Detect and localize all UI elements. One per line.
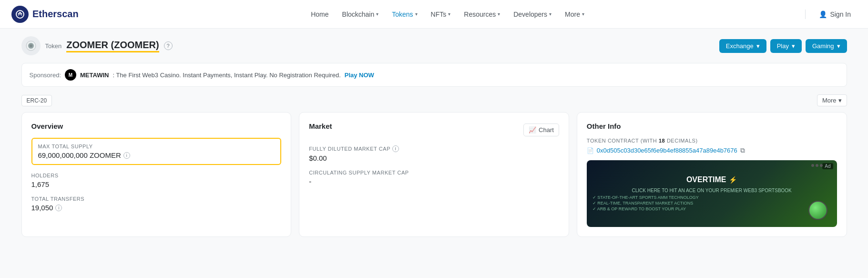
user-icon: 👤	[819, 10, 827, 18]
contract-label: TOKEN CONTRACT (WITH 18 DECIMALS)	[587, 138, 837, 144]
contract-address-text[interactable]: 0x0d505c03d30e65f6e9b4ef88855a47a89e4b76…	[597, 147, 737, 154]
nav-item-home[interactable]: Home	[305, 7, 334, 22]
nav-menu: Home Blockchain ▾ Tokens ▾ NFTs ▾ Resour…	[94, 7, 802, 22]
fdmc-section: FULLY DILUTED MARKET CAP i $0.00	[309, 145, 559, 162]
nav-divider	[805, 10, 806, 19]
chevron-down-icon: ▾	[376, 11, 378, 17]
ad-content: OVERTIME ⚡ CLICK HERE TO HIT AN ACE ON Y…	[587, 160, 837, 227]
page-content: Token ZOOMER (ZOOMER) ? Exchange ▾ Play …	[10, 29, 858, 245]
market-card-header: Market 📈 Chart	[309, 122, 559, 138]
other-info-card-title: Other Info	[587, 122, 837, 130]
ad-dot-3	[820, 164, 823, 167]
sponsor-logo: M	[65, 69, 76, 81]
csmc-section: CIRCULATING SUPPLY MARKET CAP -	[309, 170, 559, 185]
token-title: Token ZOOMER (ZOOMER) ?	[21, 36, 173, 55]
header-actions: Exchange ▾ Play ▾ Gaming ▾	[719, 39, 847, 53]
ad-decoration-ball	[808, 201, 827, 220]
fdmc-info-icon[interactable]: i	[392, 145, 399, 152]
transfers-value: 19,050 i	[31, 204, 282, 212]
brand-name: Etherscan	[32, 9, 79, 20]
sponsor-description: : The First Web3 Casino. Instant Payment…	[112, 72, 340, 79]
chevron-down-icon: ▾	[838, 97, 842, 104]
more-button[interactable]: More ▾	[817, 94, 847, 106]
market-card-title: Market	[309, 122, 332, 130]
ad-label: Ad	[822, 163, 833, 169]
fdmc-label: FULLY DILUTED MARKET CAP i	[309, 145, 559, 152]
ad-feature-1: ✓ STATE-OF-THE-ART SPORTS AMM TECHNOLOGY	[592, 195, 831, 200]
nav-item-more[interactable]: More ▾	[559, 7, 590, 22]
holders-value: 1,675	[31, 180, 282, 188]
brand-logo-icon	[11, 6, 29, 23]
token-name-label: ZOOMER (ZOOMER)	[66, 40, 159, 52]
play-button[interactable]: Play ▾	[770, 39, 802, 53]
cards-grid: Overview MAX TOTAL SUPPLY 69,000,000,000…	[21, 112, 847, 237]
ad-feature-2: ✓ REAL-TIME, TRANSPARENT MARKET ACTIONS	[592, 201, 831, 206]
chevron-down-icon: ▾	[415, 11, 418, 17]
ad-dots	[811, 164, 823, 167]
ad-title: OVERTIME ⚡	[686, 175, 737, 184]
overview-card-title: Overview	[31, 122, 282, 130]
ad-feature-3: ✓ ARB & OP REWARD TO BOOST YOUR PLAY	[592, 206, 831, 211]
ad-dot-1	[811, 164, 814, 167]
gaming-button[interactable]: Gaming ▾	[806, 39, 847, 53]
chevron-down-icon: ▾	[582, 11, 584, 17]
sponsored-banner: Sponsored: M METAWIN : The First Web3 Ca…	[21, 63, 847, 87]
csmc-label: CIRCULATING SUPPLY MARKET CAP	[309, 170, 559, 175]
signin-button[interactable]: 👤 Sign In	[813, 8, 857, 21]
contract-address: 📄 0x0d505c03d30e65f6e9b4ef88855a47a89e4b…	[587, 146, 837, 154]
nav-item-blockchain[interactable]: Blockchain ▾	[337, 7, 385, 22]
brand-logo-link[interactable]: Etherscan	[11, 6, 79, 23]
tags-row: ERC-20 More ▾	[21, 94, 847, 106]
market-card: Market 📈 Chart FULLY DILUTED MARKET CAP …	[299, 112, 569, 237]
csmc-value: -	[309, 177, 559, 185]
erc20-badge[interactable]: ERC-20	[21, 95, 52, 106]
chevron-down-icon: ▾	[448, 11, 450, 17]
sponsored-label: Sponsored:	[30, 72, 61, 79]
ad-banner[interactable]: OVERTIME ⚡ CLICK HERE TO HIT AN ACE ON Y…	[587, 160, 837, 227]
navbar: Etherscan Home Blockchain ▾ Tokens ▾ NFT…	[0, 0, 868, 29]
chevron-down-icon: ▾	[498, 11, 500, 17]
page-header: Token ZOOMER (ZOOMER) ? Exchange ▾ Play …	[21, 36, 847, 55]
nav-item-tokens[interactable]: Tokens ▾	[386, 7, 423, 22]
chart-button[interactable]: 📈 Chart	[523, 124, 559, 136]
max-supply-section: MAX TOTAL SUPPLY 69,000,000,000 ZOOMER i	[31, 138, 282, 165]
doc-icon: 📄	[587, 147, 594, 154]
exchange-button[interactable]: Exchange ▾	[719, 39, 766, 53]
navbar-right: 👤 Sign In	[801, 8, 857, 21]
other-info-card: Other Info TOKEN CONTRACT (WITH 18 DECIM…	[577, 112, 847, 237]
sponsor-name: METAWIN	[80, 72, 109, 79]
ad-subtitle: CLICK HERE TO HIT AN ACE ON YOUR PREMIER…	[632, 188, 792, 193]
ad-dot-2	[816, 164, 818, 167]
chevron-down-icon: ▾	[756, 42, 760, 50]
chart-icon: 📈	[529, 126, 536, 134]
nav-item-nfts[interactable]: NFTs ▾	[425, 7, 457, 22]
max-supply-label: MAX TOTAL SUPPLY	[38, 144, 275, 149]
nav-item-resources[interactable]: Resources ▾	[458, 7, 506, 22]
token-icon	[21, 36, 41, 55]
sponsor-cta[interactable]: Play NOW	[345, 72, 374, 79]
ad-lightning-icon: ⚡	[729, 176, 737, 184]
nav-item-developers[interactable]: Developers ▾	[508, 7, 557, 22]
supply-info-icon[interactable]: i	[123, 152, 130, 159]
ad-features: ✓ STATE-OF-THE-ART SPORTS AMM TECHNOLOGY…	[592, 195, 831, 212]
svg-point-3	[30, 44, 32, 47]
overview-card: Overview MAX TOTAL SUPPLY 69,000,000,000…	[21, 112, 292, 237]
copy-icon[interactable]: ⧉	[740, 146, 745, 154]
fdmc-value: $0.00	[309, 154, 559, 162]
help-icon[interactable]: ?	[164, 41, 173, 50]
chevron-down-icon: ▾	[549, 11, 551, 17]
max-supply-value: 69,000,000,000 ZOOMER i	[38, 151, 275, 159]
holders-label: HOLDERS	[31, 173, 282, 178]
transfers-label: TOTAL TRANSFERS	[31, 196, 282, 202]
transfers-info-icon[interactable]: i	[55, 205, 62, 211]
holders-section: HOLDERS 1,675	[31, 173, 282, 188]
chevron-down-icon: ▾	[792, 42, 795, 50]
transfers-section: TOTAL TRANSFERS 19,050 i	[31, 196, 282, 212]
chevron-down-icon: ▾	[837, 42, 840, 50]
token-prefix-label: Token	[45, 42, 62, 50]
